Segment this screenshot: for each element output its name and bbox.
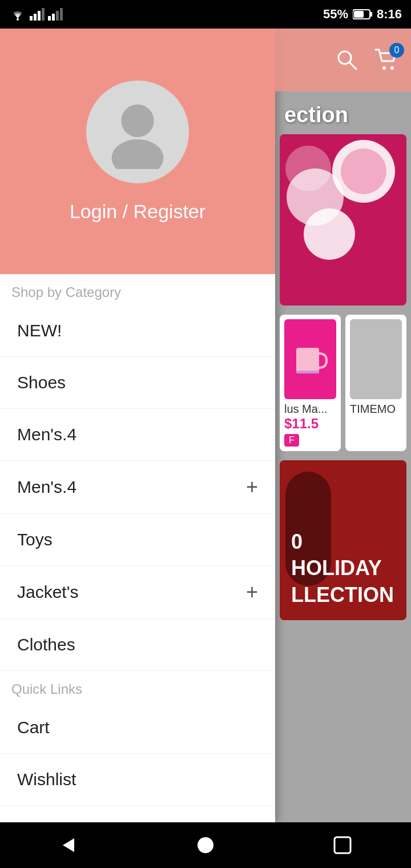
category-label-jackets: Jacket's [17,582,78,602]
expand-jackets-icon[interactable]: + [246,582,258,602]
svg-rect-7 [56,11,59,21]
product-cards-row: lus Ma... $11.5 F TIMEMO [275,310,411,456]
home-button[interactable] [188,828,223,862]
wifi-icon [9,8,26,21]
product-2-info: TIMEMO [350,403,402,416]
svg-rect-4 [42,8,45,21]
svg-rect-1 [30,16,33,21]
drawer-header[interactable]: Login / Register [0,29,275,274]
mug-icon [293,339,328,379]
holiday-title: 0 HOLIDAYLLECTION [291,529,395,609]
category-item-clothes[interactable]: Clothes [0,619,275,671]
svg-rect-10 [370,12,372,17]
app-bar: 0 [275,29,411,91]
product-2-name: TIMEMO [350,403,402,416]
cart-button[interactable]: 0 [374,47,400,73]
product-1-badge: F [284,434,299,447]
category-label-clothes: Clothes [17,635,75,654]
main-scroll: ection [275,91,411,822]
svg-line-15 [349,62,356,69]
status-right: 55% 8:16 [323,7,402,22]
category-item-new[interactable]: NEW! [0,305,275,357]
status-icons [9,8,63,21]
quick-link-notifications[interactable]: Notifications [0,806,275,822]
svg-rect-22 [335,837,350,853]
cart-count-badge: 0 [389,43,404,58]
svg-rect-2 [34,14,37,21]
quick-links-label: Quick Links [0,671,275,702]
expand-mens4b-icon[interactable]: + [246,477,258,497]
svg-point-13 [112,139,164,169]
bottom-nav-bar [0,822,411,868]
category-item-mens4a[interactable]: Men's.4 [0,409,275,461]
product-img-2 [350,319,402,399]
category-item-mens4b[interactable]: Men's.4 + [0,461,275,514]
drawer-overlay: Login / Register Shop by Category NEW! S… [0,29,411,822]
drawer-body: Shop by Category NEW! Shoes Men's.4 Men'… [0,274,275,822]
product-1-price: $11.5 [284,416,336,432]
time-text: 8:16 [377,7,402,22]
category-item-jackets[interactable]: Jacket's + [0,566,275,619]
svg-rect-8 [60,8,63,21]
holiday-text: 0 HOLIDAYLLECTION [291,529,395,609]
back-icon [57,834,80,857]
product-card-2[interactable]: TIMEMO [345,315,406,451]
svg-rect-18 [296,348,319,373]
product-1-info: lus Ma... $11.5 F [284,403,336,447]
category-label-mens4b: Men's.4 [17,477,76,497]
quick-link-cart[interactable]: Cart [0,702,275,754]
product-1-name: lus Ma... [284,403,336,416]
search-button[interactable] [333,46,361,74]
side-drawer: Login / Register Shop by Category NEW! S… [0,29,275,822]
search-icon [336,49,358,71]
section-title: ection [275,91,411,130]
product-img-1 [284,319,336,399]
battery-text: 55% [323,7,348,22]
quick-link-wishlist[interactable]: Wishlist [0,754,275,806]
svg-rect-6 [52,14,55,21]
recents-icon [332,835,353,855]
status-bar: 55% 8:16 [0,0,411,29]
main-content-area: 0 ection [275,29,411,822]
category-label-shoes: Shoes [17,373,66,392]
svg-rect-3 [38,11,41,21]
category-label-mens4a: Men's.4 [17,425,76,444]
svg-rect-5 [48,16,51,21]
svg-marker-20 [63,838,74,852]
svg-point-12 [121,104,154,136]
category-label-new: NEW! [17,321,62,340]
valentine-banner [280,134,406,306]
avatar-icon [100,95,175,169]
login-register-button[interactable]: Login / Register [70,200,206,223]
battery-icon [353,9,372,20]
holiday-banner: 0 HOLIDAYLLECTION [280,460,406,620]
right-inner: 0 ection [275,29,411,822]
signal-icon-1 [30,8,45,21]
avatar[interactable] [86,81,189,183]
product-card-1[interactable]: lus Ma... $11.5 F [280,315,341,451]
wishlist-label: Wishlist [17,770,76,789]
signal-icon-2 [48,8,63,21]
svg-rect-11 [354,11,364,18]
home-icon [194,834,217,857]
category-item-toys[interactable]: Toys [0,514,275,566]
svg-point-17 [390,66,394,70]
recents-button[interactable] [325,828,360,862]
svg-rect-19 [296,371,319,373]
category-item-shoes[interactable]: Shoes [0,357,275,409]
back-button[interactable] [51,828,86,862]
svg-point-0 [17,18,19,21]
category-label-toys: Toys [17,530,53,549]
shop-by-category-label: Shop by Category [0,274,275,305]
cart-label: Cart [17,718,50,737]
svg-point-21 [198,837,213,853]
svg-point-16 [382,66,386,70]
circle-deco-4 [285,146,331,191]
